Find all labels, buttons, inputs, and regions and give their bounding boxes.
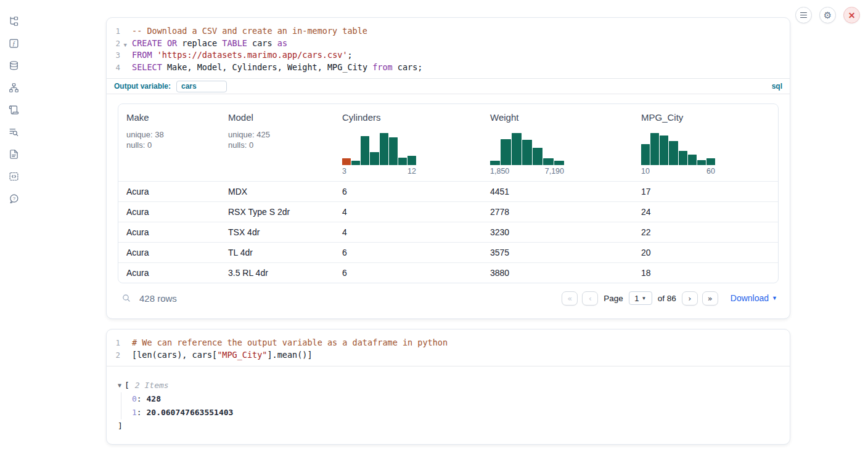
- histogram-bar: [697, 160, 706, 165]
- table-body: AcuraMDX6445117AcuraRSX Type S 2dr427782…: [118, 181, 778, 283]
- page-select[interactable]: 1 ▼: [629, 291, 652, 305]
- code-token: CREATE: [132, 38, 162, 48]
- output-variable-label: Output variable:: [114, 82, 171, 91]
- table-cell: 22: [633, 227, 778, 237]
- page-label: Page: [604, 294, 623, 303]
- datasources-button[interactable]: [2, 54, 25, 76]
- table-cell: 6: [334, 187, 482, 196]
- null-count: nulls: 0: [228, 140, 329, 150]
- histogram-bar: [660, 136, 668, 165]
- chevron-down-icon: ▼: [772, 295, 777, 301]
- table-cell: TSX 4dr: [220, 227, 334, 237]
- download-button[interactable]: Download ▼: [731, 293, 777, 303]
- gear-icon: ⚙: [824, 10, 832, 20]
- chevron-down-icon: ▼: [641, 296, 646, 301]
- table-cell: 24: [633, 207, 778, 217]
- histogram-bars: [490, 133, 564, 165]
- file-explorer-button[interactable]: [2, 10, 25, 32]
- table-cell: Acura: [118, 207, 220, 217]
- column-histogram: 1,8507,190: [490, 133, 564, 176]
- code-text: [len(cars), cars["MPG_City"].mean()]: [128, 349, 313, 362]
- histogram-bar: [398, 158, 407, 165]
- tree-entry-key: 0: [132, 394, 137, 403]
- notebook-main: 1-- Download a CSV and create an in-memo…: [106, 0, 790, 445]
- database-icon: [9, 60, 19, 71]
- column-title: Make: [126, 112, 215, 123]
- table-header: Makeunique: 38nulls: 0Modelunique: 425nu…: [118, 104, 778, 181]
- axis-min-label: 3: [342, 167, 346, 176]
- code-token: [len(cars), cars[: [132, 350, 217, 360]
- help-bubble-icon: ?: [9, 193, 19, 204]
- axis-min-label: 10: [641, 167, 650, 176]
- line-number: 2: [107, 349, 128, 362]
- histogram-axis: 312: [342, 167, 416, 176]
- sql-cell: 1-- Download a CSV and create an in-memo…: [106, 17, 790, 319]
- logs-button[interactable]: [2, 121, 25, 143]
- code-token: # We can reference the output variable a…: [132, 338, 448, 347]
- prev-page-button[interactable]: ‹: [582, 291, 598, 305]
- table-row: Acura3.5 RL 4dr6388018: [118, 262, 778, 283]
- tree-entry: 1: 20.060747663551403: [132, 406, 779, 419]
- tree-entry-key: 1: [132, 408, 137, 417]
- code-token: ;: [348, 50, 353, 60]
- shutdown-button[interactable]: ✕: [843, 7, 860, 23]
- column-header-model[interactable]: Modelunique: 425nulls: 0: [220, 104, 334, 181]
- unique-count: unique: 425: [228, 129, 329, 140]
- table-cell: 6: [334, 248, 482, 257]
- code-text: FROM 'https://datasets.marimo.app/cars.c…: [128, 49, 353, 62]
- file-tree-icon: [9, 16, 19, 26]
- code-line: 1# We can reference the output variable …: [107, 337, 790, 349]
- code-token: 'https://datasets.marimo.app/cars.csv': [157, 50, 348, 60]
- column-header-mpg_city[interactable]: MPG_City1060: [633, 104, 778, 181]
- last-page-button[interactable]: »: [702, 291, 718, 305]
- table-cell: 18: [633, 268, 778, 278]
- sql-output-area: Makeunique: 38nulls: 0Modelunique: 425nu…: [107, 94, 790, 318]
- output-variable-input[interactable]: [176, 81, 227, 92]
- dependency-graph-button[interactable]: [2, 76, 25, 99]
- settings-button[interactable]: ⚙: [819, 7, 836, 23]
- first-page-button[interactable]: «: [562, 291, 578, 305]
- documentation-button[interactable]: [2, 143, 25, 165]
- column-title: Cylinders: [342, 112, 477, 123]
- python-cell: 1# We can reference the output variable …: [106, 329, 790, 445]
- code-text: CREATE OR replace TABLE cars as: [128, 38, 287, 50]
- tree-entries: 0: 4281: 20.060747663551403: [121, 392, 779, 419]
- axis-max-label: 7,190: [545, 167, 564, 176]
- tree-collapse-icon[interactable]: ▼: [118, 379, 121, 392]
- histogram-bar: [669, 141, 678, 165]
- sql-editor[interactable]: 1-- Download a CSV and create an in-memo…: [107, 18, 790, 78]
- table-cell: RSX Type S 2dr: [220, 207, 334, 217]
- null-count: nulls: 0: [126, 140, 215, 150]
- column-header-weight[interactable]: Weight1,8507,190: [482, 104, 633, 181]
- code-token: replace: [177, 38, 222, 48]
- axis-max-label: 12: [407, 167, 416, 176]
- scratchpad-button[interactable]: [2, 99, 25, 121]
- search-icon[interactable]: [121, 293, 131, 303]
- histogram-bar: [679, 151, 687, 165]
- next-page-button[interactable]: ›: [682, 291, 698, 305]
- column-title: Model: [228, 112, 329, 123]
- histogram-bars: [342, 133, 416, 165]
- notebook-actions: ⚙ ✕: [795, 7, 860, 23]
- menu-button[interactable]: [795, 7, 812, 23]
- code-token: ].mean()]: [267, 350, 312, 360]
- table-cell: MDX: [220, 187, 334, 196]
- axis-min-label: 1,850: [490, 167, 509, 176]
- histogram-bar: [380, 133, 388, 165]
- column-stats: unique: 425nulls: 0: [228, 129, 329, 150]
- column-header-cylinders[interactable]: Cylinders312: [334, 104, 482, 181]
- column-header-make[interactable]: Makeunique: 38nulls: 0: [118, 104, 220, 181]
- table-cell: Acura: [118, 268, 220, 278]
- table-cell: 4: [334, 227, 482, 237]
- code-token: from: [372, 62, 393, 72]
- help-button[interactable]: ?: [2, 187, 25, 209]
- variables-button[interactable]: ƒ: [2, 32, 25, 54]
- histogram-bar: [512, 133, 522, 165]
- snippets-button[interactable]: [2, 165, 25, 187]
- table-cell: 3575: [482, 248, 633, 257]
- line-number: 1: [107, 337, 128, 349]
- histogram-bar: [389, 137, 398, 165]
- tree-entry-value: 20.060747663551403: [146, 408, 233, 417]
- python-editor[interactable]: 1# We can reference the output variable …: [107, 330, 790, 366]
- code-token: OR: [167, 38, 177, 48]
